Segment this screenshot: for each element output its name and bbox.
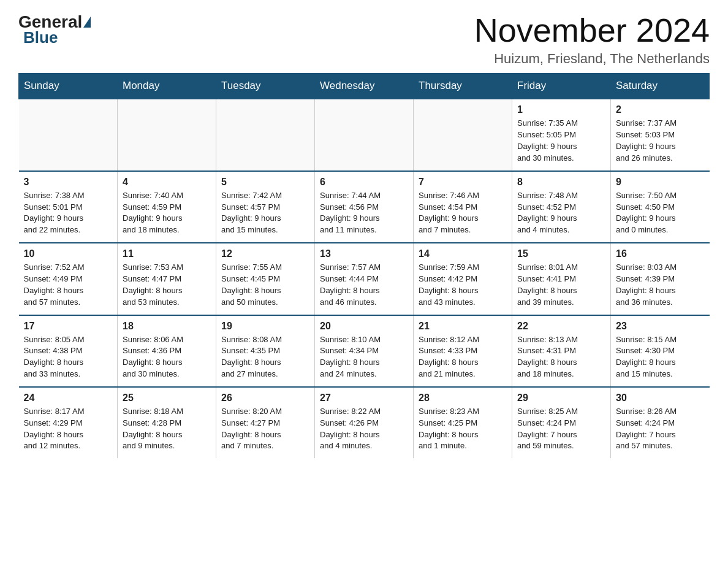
calendar-week-row: 17Sunrise: 8:05 AM Sunset: 4:38 PM Dayli…	[19, 315, 710, 387]
table-row: 27Sunrise: 8:22 AM Sunset: 4:26 PM Dayli…	[315, 387, 414, 458]
table-row: 16Sunrise: 8:03 AM Sunset: 4:39 PM Dayli…	[611, 243, 710, 315]
day-number: 8	[517, 177, 605, 188]
day-info: Sunrise: 7:38 AM Sunset: 5:01 PM Dayligh…	[24, 190, 113, 236]
day-number: 17	[24, 321, 113, 332]
day-info: Sunrise: 7:35 AM Sunset: 5:05 PM Dayligh…	[517, 118, 605, 164]
day-number: 21	[419, 321, 507, 332]
table-row	[19, 99, 118, 170]
location-title: Huizum, Friesland, The Netherlands	[474, 51, 710, 67]
col-sunday: Sunday	[19, 74, 118, 99]
day-info: Sunrise: 8:23 AM Sunset: 4:25 PM Dayligh…	[419, 406, 507, 452]
day-info: Sunrise: 8:18 AM Sunset: 4:28 PM Dayligh…	[123, 406, 211, 452]
table-row: 9Sunrise: 7:50 AM Sunset: 4:50 PM Daylig…	[611, 171, 710, 243]
day-info: Sunrise: 8:25 AM Sunset: 4:24 PM Dayligh…	[517, 406, 605, 452]
table-row: 15Sunrise: 8:01 AM Sunset: 4:41 PM Dayli…	[512, 243, 611, 315]
day-info: Sunrise: 8:13 AM Sunset: 4:31 PM Dayligh…	[517, 334, 605, 380]
day-info: Sunrise: 7:52 AM Sunset: 4:49 PM Dayligh…	[24, 262, 113, 308]
day-info: Sunrise: 7:55 AM Sunset: 4:45 PM Dayligh…	[221, 262, 309, 308]
table-row: 4Sunrise: 7:40 AM Sunset: 4:59 PM Daylig…	[118, 171, 216, 243]
day-number: 24	[24, 393, 113, 404]
day-number: 30	[616, 393, 705, 404]
table-row: 21Sunrise: 8:12 AM Sunset: 4:33 PM Dayli…	[414, 315, 512, 387]
day-info: Sunrise: 8:22 AM Sunset: 4:26 PM Dayligh…	[320, 406, 408, 452]
day-number: 4	[123, 177, 211, 188]
calendar-week-row: 24Sunrise: 8:17 AM Sunset: 4:29 PM Dayli…	[19, 387, 710, 458]
calendar-header-row: Sunday Monday Tuesday Wednesday Thursday…	[19, 74, 710, 99]
table-row: 11Sunrise: 7:53 AM Sunset: 4:47 PM Dayli…	[118, 243, 216, 315]
day-info: Sunrise: 8:03 AM Sunset: 4:39 PM Dayligh…	[616, 262, 705, 308]
day-info: Sunrise: 7:48 AM Sunset: 4:52 PM Dayligh…	[517, 190, 605, 236]
col-thursday: Thursday	[414, 74, 512, 99]
day-number: 6	[320, 177, 408, 188]
day-info: Sunrise: 8:10 AM Sunset: 4:34 PM Dayligh…	[320, 334, 408, 380]
table-row: 2Sunrise: 7:37 AM Sunset: 5:03 PM Daylig…	[611, 99, 710, 170]
day-number: 7	[419, 177, 507, 188]
table-row: 3Sunrise: 7:38 AM Sunset: 5:01 PM Daylig…	[19, 171, 118, 243]
table-row: 20Sunrise: 8:10 AM Sunset: 4:34 PM Dayli…	[315, 315, 414, 387]
table-row: 19Sunrise: 8:08 AM Sunset: 4:35 PM Dayli…	[216, 315, 315, 387]
table-row	[315, 99, 414, 170]
logo: General Blue	[18, 12, 92, 47]
table-row: 24Sunrise: 8:17 AM Sunset: 4:29 PM Dayli…	[19, 387, 118, 458]
table-row: 18Sunrise: 8:06 AM Sunset: 4:36 PM Dayli…	[118, 315, 216, 387]
table-row: 29Sunrise: 8:25 AM Sunset: 4:24 PM Dayli…	[512, 387, 611, 458]
table-row: 25Sunrise: 8:18 AM Sunset: 4:28 PM Dayli…	[118, 387, 216, 458]
table-row: 7Sunrise: 7:46 AM Sunset: 4:54 PM Daylig…	[414, 171, 512, 243]
table-row: 23Sunrise: 8:15 AM Sunset: 4:30 PM Dayli…	[611, 315, 710, 387]
day-info: Sunrise: 8:26 AM Sunset: 4:24 PM Dayligh…	[616, 406, 705, 452]
day-number: 26	[221, 393, 309, 404]
day-number: 14	[419, 248, 507, 259]
calendar-week-row: 1Sunrise: 7:35 AM Sunset: 5:05 PM Daylig…	[19, 99, 710, 170]
calendar-week-row: 10Sunrise: 7:52 AM Sunset: 4:49 PM Dayli…	[19, 243, 710, 315]
table-row: 26Sunrise: 8:20 AM Sunset: 4:27 PM Dayli…	[216, 387, 315, 458]
table-row: 28Sunrise: 8:23 AM Sunset: 4:25 PM Dayli…	[414, 387, 512, 458]
day-info: Sunrise: 7:40 AM Sunset: 4:59 PM Dayligh…	[123, 190, 211, 236]
day-number: 13	[320, 248, 408, 259]
table-row: 6Sunrise: 7:44 AM Sunset: 4:56 PM Daylig…	[315, 171, 414, 243]
day-number: 25	[123, 393, 211, 404]
day-number: 3	[24, 177, 113, 188]
day-info: Sunrise: 7:53 AM Sunset: 4:47 PM Dayligh…	[123, 262, 211, 308]
logo-blue-text: Blue	[23, 28, 58, 47]
day-info: Sunrise: 8:06 AM Sunset: 4:36 PM Dayligh…	[123, 334, 211, 380]
day-number: 19	[221, 321, 309, 332]
day-number: 20	[320, 321, 408, 332]
day-info: Sunrise: 8:12 AM Sunset: 4:33 PM Dayligh…	[419, 334, 507, 380]
day-info: Sunrise: 8:17 AM Sunset: 4:29 PM Dayligh…	[24, 406, 113, 452]
calendar-week-row: 3Sunrise: 7:38 AM Sunset: 5:01 PM Daylig…	[19, 171, 710, 243]
table-row: 30Sunrise: 8:26 AM Sunset: 4:24 PM Dayli…	[611, 387, 710, 458]
day-number: 18	[123, 321, 211, 332]
calendar-table: Sunday Monday Tuesday Wednesday Thursday…	[18, 73, 710, 458]
col-tuesday: Tuesday	[216, 74, 315, 99]
day-number: 10	[24, 248, 113, 259]
month-title: November 2024	[474, 12, 710, 48]
table-row: 12Sunrise: 7:55 AM Sunset: 4:45 PM Dayli…	[216, 243, 315, 315]
day-info: Sunrise: 7:46 AM Sunset: 4:54 PM Dayligh…	[419, 190, 507, 236]
day-info: Sunrise: 8:08 AM Sunset: 4:35 PM Dayligh…	[221, 334, 309, 380]
day-info: Sunrise: 7:44 AM Sunset: 4:56 PM Dayligh…	[320, 190, 408, 236]
day-number: 27	[320, 393, 408, 404]
col-saturday: Saturday	[611, 74, 710, 99]
day-number: 16	[616, 248, 705, 259]
day-number: 22	[517, 321, 605, 332]
table-row: 17Sunrise: 8:05 AM Sunset: 4:38 PM Dayli…	[19, 315, 118, 387]
table-row	[118, 99, 216, 170]
day-info: Sunrise: 8:01 AM Sunset: 4:41 PM Dayligh…	[517, 262, 605, 308]
day-number: 5	[221, 177, 309, 188]
day-info: Sunrise: 7:57 AM Sunset: 4:44 PM Dayligh…	[320, 262, 408, 308]
day-info: Sunrise: 7:50 AM Sunset: 4:50 PM Dayligh…	[616, 190, 705, 236]
day-info: Sunrise: 7:59 AM Sunset: 4:42 PM Dayligh…	[419, 262, 507, 308]
title-block: November 2024 Huizum, Friesland, The Net…	[474, 12, 710, 67]
day-info: Sunrise: 7:42 AM Sunset: 4:57 PM Dayligh…	[221, 190, 309, 236]
day-number: 23	[616, 321, 705, 332]
day-number: 2	[616, 104, 705, 115]
page-header: General Blue November 2024 Huizum, Fries…	[18, 12, 710, 67]
table-row: 1Sunrise: 7:35 AM Sunset: 5:05 PM Daylig…	[512, 99, 611, 170]
day-number: 12	[221, 248, 309, 259]
day-number: 15	[517, 248, 605, 259]
col-wednesday: Wednesday	[315, 74, 414, 99]
day-number: 9	[616, 177, 705, 188]
table-row: 8Sunrise: 7:48 AM Sunset: 4:52 PM Daylig…	[512, 171, 611, 243]
table-row	[216, 99, 315, 170]
day-number: 1	[517, 104, 605, 115]
